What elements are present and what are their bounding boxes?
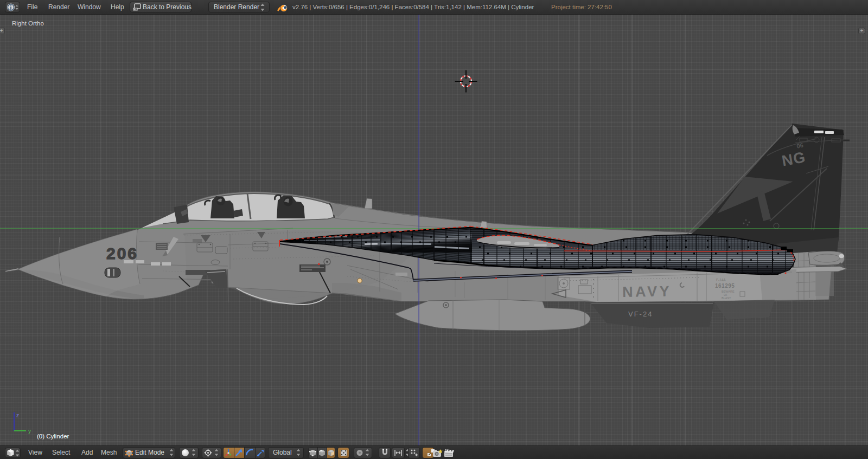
svg-text:161295: 161295 [715,283,735,289]
svg-text:y: y [28,428,31,434]
svg-text:06: 06 [796,142,803,150]
svg-text:BLAST: BLAST [722,296,731,300]
svg-text:NAVY: NAVY [622,283,672,300]
svg-text:z: z [16,412,19,418]
svg-text:206: 206 [106,244,138,262]
svg-text:F-14A: F-14A [716,278,726,282]
svg-text:VF-24: VF-24 [628,310,653,318]
